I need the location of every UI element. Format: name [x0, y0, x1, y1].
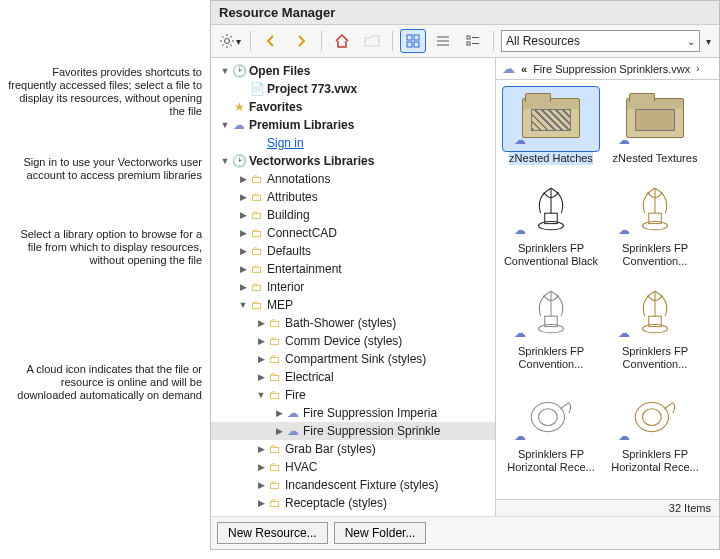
callout-library: Select a library option to browse for a …	[8, 228, 202, 267]
gallery-item[interactable]: ☁ Sprinklers FP Convention...	[502, 279, 600, 374]
library-tree[interactable]: 🕑Open Files 📄Project 773.vwx ★Favorites …	[211, 58, 496, 516]
folder-icon: 🗀	[267, 334, 283, 348]
svg-point-30	[635, 403, 668, 432]
cloud-icon: ☁	[285, 424, 301, 438]
gallery-item[interactable]: ☁ zNested Textures	[606, 86, 704, 168]
cloud-icon: ☁	[231, 118, 247, 132]
view-list-button[interactable]	[430, 29, 456, 53]
gallery-item-label: Sprinklers FP Horizontal Rece...	[607, 448, 703, 474]
open-file-button[interactable]	[359, 29, 385, 53]
overflow-chevron-icon[interactable]: ▾	[704, 36, 713, 47]
thumbnail-gallery[interactable]: ☁ zNested Hatches ☁ zNested Textures ☁ S…	[496, 80, 719, 499]
tree-mep[interactable]: 🗀MEP	[211, 296, 495, 314]
gear-icon[interactable]: ▾	[217, 29, 243, 53]
svg-point-26	[643, 325, 668, 333]
tree-vectorworks-libraries[interactable]: 🕑Vectorworks Libraries	[211, 152, 495, 170]
tree-project-file[interactable]: 📄Project 773.vwx	[211, 80, 495, 98]
tree-item[interactable]: 🗀ConnectCAD	[211, 224, 495, 242]
svg-line-8	[222, 45, 224, 47]
callout-signin: Sign in to use your Vectorworks user acc…	[8, 156, 202, 182]
tree-item[interactable]: 🗀Electrical	[211, 368, 495, 386]
tree-item[interactable]: 🗀Building	[211, 206, 495, 224]
cloud-icon: ☁	[618, 430, 630, 443]
breadcrumb-forward[interactable]: ›	[696, 63, 699, 74]
cloud-icon: ☁	[514, 430, 526, 443]
clock-icon: 🕑	[231, 64, 247, 78]
tree-open-files[interactable]: 🕑Open Files	[211, 62, 495, 80]
tree-item[interactable]: 🗀Comm Device (styles)	[211, 332, 495, 350]
gallery-item-label: Sprinklers FP Horizontal Rece...	[503, 448, 599, 474]
svg-rect-10	[414, 35, 419, 40]
tree-item[interactable]: ☁Fire Suppression Imperia	[211, 404, 495, 422]
tree-fire[interactable]: 🗀Fire	[211, 386, 495, 404]
home-button[interactable]	[329, 29, 355, 53]
folder-icon: 🗀	[267, 460, 283, 474]
tree-sign-in[interactable]: Sign in	[211, 134, 495, 152]
gallery-item-label: Sprinklers FP Convention...	[607, 345, 703, 371]
tree-item[interactable]: 🗀Attributes	[211, 188, 495, 206]
breadcrumb: ☁ « Fire Suppression Sprinklers.vwx ›	[496, 58, 719, 80]
tree-item[interactable]: 🗀Annotations	[211, 170, 495, 188]
breadcrumb-path[interactable]: Fire Suppression Sprinklers.vwx	[533, 63, 690, 75]
tree-favorites[interactable]: ★Favorites	[211, 98, 495, 116]
resource-filter-select[interactable]: All Resources ⌄	[501, 30, 700, 52]
gallery-item-label: Sprinklers FP Convention...	[607, 242, 703, 268]
resource-manager-panel: Resource Manager ▾ All Resources ⌄ ▾	[210, 0, 720, 550]
resource-filter-label: All Resources	[506, 34, 580, 48]
tree-item[interactable]: 🗀Interior	[211, 278, 495, 296]
svg-line-5	[222, 36, 224, 38]
svg-point-0	[225, 39, 230, 44]
gallery-panel: ☁ « Fire Suppression Sprinklers.vwx › ☁ …	[496, 58, 719, 516]
tree-item[interactable]: ☁Fire Suppression Sprinkle	[211, 422, 495, 440]
svg-point-24	[539, 325, 564, 333]
file-icon: 📄	[249, 82, 265, 96]
tree-item[interactable]: 🗀Bath-Shower (styles)	[211, 314, 495, 332]
gallery-item[interactable]: ☁ Sprinklers FP Convention...	[606, 176, 704, 271]
folder-icon: 🗀	[267, 370, 283, 384]
toolbar: ▾ All Resources ⌄ ▾	[211, 25, 719, 58]
cloud-icon: ☁	[514, 224, 526, 237]
cloud-icon: ☁	[502, 61, 515, 76]
tree-item[interactable]: 🗀Defaults	[211, 242, 495, 260]
svg-rect-12	[414, 42, 419, 47]
toolbar-separator	[321, 31, 322, 51]
gallery-item[interactable]: ☁ Sprinklers FP Horizontal Rece...	[502, 382, 600, 477]
gallery-item[interactable]: ☁ Sprinklers FP Conventional Black	[502, 176, 600, 271]
folder-icon: 🗀	[249, 208, 265, 222]
view-detailed-list-button[interactable]	[460, 29, 486, 53]
nav-back-button[interactable]	[258, 29, 284, 53]
view-thumbnails-button[interactable]	[400, 29, 426, 53]
new-resource-button[interactable]: New Resource...	[217, 522, 328, 544]
nav-forward-button[interactable]	[288, 29, 314, 53]
tree-item[interactable]: 🗀HVAC	[211, 458, 495, 476]
svg-line-6	[231, 45, 233, 47]
folder-icon: 🗀	[267, 388, 283, 402]
tree-item[interactable]: 🗀Incandescent Fixture (styles)	[211, 476, 495, 494]
cloud-icon: ☁	[618, 224, 630, 237]
tree-item[interactable]: 🗀Entertainment	[211, 260, 495, 278]
gallery-item-label: Sprinklers FP Convention...	[503, 345, 599, 371]
gallery-item[interactable]: ☁ Sprinklers FP Convention...	[606, 279, 704, 374]
tree-item[interactable]: 🗀Grab Bar (styles)	[211, 440, 495, 458]
folder-icon: 🗀	[267, 316, 283, 330]
svg-point-22	[643, 222, 668, 230]
svg-point-20	[539, 222, 564, 230]
gallery-item-label: zNested Textures	[613, 152, 698, 165]
new-folder-button[interactable]: New Folder...	[334, 522, 427, 544]
toolbar-separator	[392, 31, 393, 51]
tree-item[interactable]: 🗀Receptacle (styles)	[211, 494, 495, 512]
cloud-icon: ☁	[618, 327, 630, 340]
gallery-item-label: Sprinklers FP Conventional Black	[503, 242, 599, 268]
folder-icon: 🗀	[249, 280, 265, 294]
tree-premium-libraries[interactable]: ☁Premium Libraries	[211, 116, 495, 134]
star-icon: ★	[231, 100, 247, 114]
cloud-icon: ☁	[514, 134, 526, 147]
chevron-down-icon: ⌄	[687, 36, 695, 47]
footer-bar: New Resource... New Folder...	[211, 516, 719, 549]
tree-item[interactable]: 🗀Compartment Sink (styles)	[211, 350, 495, 368]
breadcrumb-back[interactable]: «	[521, 63, 527, 75]
gallery-item[interactable]: ☁ Sprinklers FP Horizontal Rece...	[606, 382, 704, 477]
svg-point-31	[643, 409, 662, 426]
cloud-icon: ☁	[618, 134, 630, 147]
gallery-item[interactable]: ☁ zNested Hatches	[502, 86, 600, 168]
